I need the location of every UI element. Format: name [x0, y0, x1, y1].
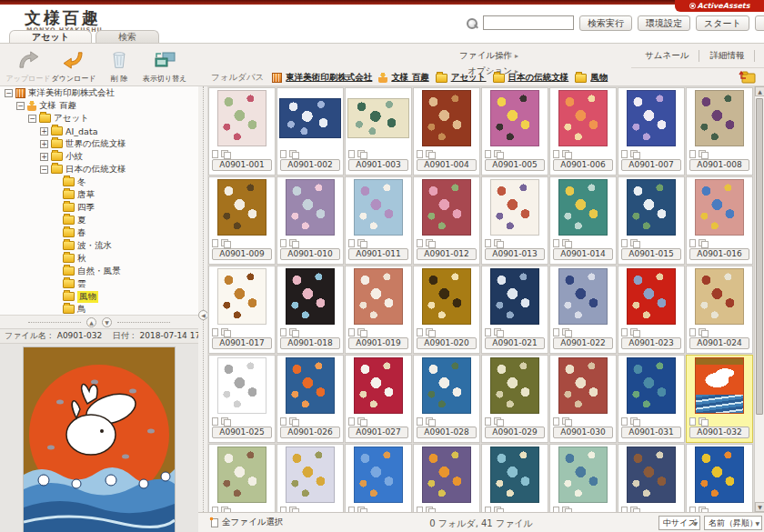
asset-cell-A0901-008[interactable]: A0901-008: [686, 87, 753, 176]
tab-1[interactable]: 検索: [96, 30, 159, 43]
scrollbar-thumb[interactable]: [756, 98, 763, 415]
asset-cell-A0901-010[interactable]: A0901-010: [276, 176, 344, 265]
collapse-icon[interactable]: −: [5, 89, 13, 97]
copy-icon[interactable]: [426, 239, 434, 246]
scrollbar-up-icon[interactable]: ▲: [755, 86, 764, 96]
asset-cell-A0901-019[interactable]: A0901-019: [345, 266, 412, 354]
breadcrumb-item-2[interactable]: アセット: [436, 72, 487, 84]
tree-item-7[interactable]: 冬: [0, 176, 198, 188]
display-switch-button[interactable]: 表示切り替え: [142, 45, 187, 84]
asset-cell-A0901-027[interactable]: A0901-027: [345, 355, 412, 443]
copy-icon[interactable]: [699, 150, 707, 157]
view-mode-1[interactable]: 詳細情報: [699, 50, 754, 62]
view-mode-2[interactable]: リスト: [754, 50, 764, 62]
panel-divider[interactable]: ◀: [198, 86, 207, 532]
grid-scrollbar[interactable]: ▲ ▼: [754, 86, 764, 512]
asset-cell-A0901-005[interactable]: A0901-005: [481, 87, 548, 176]
tree-item-5[interactable]: +小紋: [0, 150, 198, 163]
copy-icon[interactable]: [426, 417, 434, 425]
asset-cell-A0901-026[interactable]: A0901-026: [276, 355, 344, 443]
tree-item-6[interactable]: −日本の伝統文様: [0, 163, 198, 176]
tree-item-2[interactable]: −アセット: [0, 112, 198, 125]
asset-cell-A0901-025[interactable]: A0901-025: [208, 355, 276, 443]
tree-item-8[interactable]: 唐草: [0, 188, 198, 201]
tree-item-11[interactable]: 春: [0, 226, 198, 239]
file-operations-menu[interactable]: ファイル操作 ▸: [455, 48, 518, 64]
copy-icon[interactable]: [630, 328, 638, 336]
copy-icon[interactable]: [289, 328, 297, 336]
copy-icon[interactable]: [357, 150, 366, 157]
collapse-icon[interactable]: −: [28, 115, 36, 123]
tree-item-4[interactable]: +世界の伝統文様: [0, 137, 198, 150]
thumbnail-size-select[interactable]: 中サイズ: [658, 516, 700, 530]
download-button[interactable]: ダウンロード: [51, 45, 96, 84]
asset-cell-A0901-028[interactable]: A0901-028: [413, 355, 480, 443]
tree-item-15[interactable]: 雲: [0, 277, 198, 290]
copy-icon[interactable]: [494, 328, 502, 336]
copy-icon[interactable]: [494, 239, 502, 246]
folder-up-icon[interactable]: [739, 69, 757, 84]
asset-cell-A0901-018[interactable]: A0901-018: [276, 266, 344, 354]
asset-cell-A0901-017[interactable]: A0901-017: [208, 266, 276, 354]
asset-cell-hidden-37[interactable]: [549, 444, 617, 512]
breadcrumb-item-1[interactable]: 文様 百趣: [378, 72, 428, 84]
asset-cell-hidden-39[interactable]: [686, 444, 753, 512]
asset-cell-hidden-34[interactable]: [345, 444, 412, 512]
asset-cell-hidden-33[interactable]: [276, 444, 344, 512]
copy-icon[interactable]: [357, 417, 366, 425]
search-execute-button[interactable]: 検索実行: [579, 15, 632, 31]
copy-icon[interactable]: [494, 150, 502, 157]
scroll-up-button[interactable]: ▲: [86, 317, 96, 327]
tree-item-0[interactable]: −東洋美術印刷株式会社: [0, 86, 198, 99]
copy-icon[interactable]: [562, 239, 570, 246]
tree-item-17[interactable]: 鳥: [0, 303, 198, 316]
breadcrumb-item-4[interactable]: 風物: [575, 72, 608, 84]
asset-cell-hidden-36[interactable]: [481, 444, 548, 512]
breadcrumb-item-3[interactable]: 日本の伝統文様: [493, 72, 569, 84]
logout-button[interactable]: ログアウト: [755, 15, 764, 31]
asset-cell-A0901-029[interactable]: A0901-029: [481, 355, 548, 443]
asset-cell-A0901-022[interactable]: A0901-022: [549, 266, 617, 354]
tree-item-13[interactable]: 秋: [0, 252, 198, 265]
asset-cell-A0901-006[interactable]: A0901-006: [549, 87, 617, 176]
copy-icon[interactable]: [630, 150, 638, 157]
breadcrumb-item-0[interactable]: 東洋美術印刷株式会社: [272, 72, 372, 84]
asset-cell-A0901-020[interactable]: A0901-020: [413, 266, 480, 354]
copy-icon[interactable]: [699, 417, 707, 425]
asset-cell-A0901-023[interactable]: A0901-023: [618, 266, 685, 354]
settings-button[interactable]: 環境設定: [638, 15, 690, 31]
asset-cell-A0901-007[interactable]: A0901-007: [618, 87, 685, 176]
asset-cell-A0901-012[interactable]: A0901-012: [413, 176, 480, 265]
asset-cell-hidden-38[interactable]: [618, 444, 685, 512]
copy-icon[interactable]: [630, 239, 638, 246]
tree-item-16[interactable]: 風物: [0, 290, 198, 303]
start-button[interactable]: スタート: [696, 15, 749, 31]
tree-item-12[interactable]: 波・流水: [0, 239, 198, 252]
copy-icon[interactable]: [221, 150, 229, 157]
tree-item-3[interactable]: +AI_data: [0, 125, 198, 137]
asset-cell-A0901-002[interactable]: A0901-002: [276, 87, 344, 176]
upload-button[interactable]: アップロード: [5, 45, 51, 84]
copy-icon[interactable]: [289, 150, 297, 157]
asset-cell-A0901-013[interactable]: A0901-013: [481, 176, 548, 265]
copy-icon[interactable]: [357, 239, 366, 246]
delete-button[interactable]: 削 除: [96, 45, 142, 84]
copy-icon[interactable]: [699, 328, 707, 336]
copy-icon[interactable]: [699, 239, 707, 246]
tree-item-9[interactable]: 四季: [0, 201, 198, 214]
copy-icon[interactable]: [562, 328, 570, 336]
asset-cell-A0901-015[interactable]: A0901-015: [618, 176, 685, 265]
tree-item-10[interactable]: 夏: [0, 214, 198, 226]
asset-cell-A0901-004[interactable]: A0901-004: [413, 87, 480, 176]
scrollbar-down-icon[interactable]: ▼: [755, 502, 764, 512]
asset-cell-hidden-35[interactable]: [413, 444, 480, 512]
copy-icon[interactable]: [630, 417, 638, 425]
tree-item-14[interactable]: 自然・風景: [0, 265, 198, 277]
asset-cell-A0901-021[interactable]: A0901-021: [481, 266, 548, 354]
asset-cell-A0901-032[interactable]: A0901-032: [686, 355, 753, 443]
expand-icon[interactable]: +: [40, 127, 48, 136]
search-input[interactable]: [483, 15, 574, 30]
scroll-down-button[interactable]: ▼: [102, 317, 112, 327]
tree-item-1[interactable]: −文様 百趣: [0, 99, 198, 112]
copy-icon[interactable]: [221, 239, 229, 246]
